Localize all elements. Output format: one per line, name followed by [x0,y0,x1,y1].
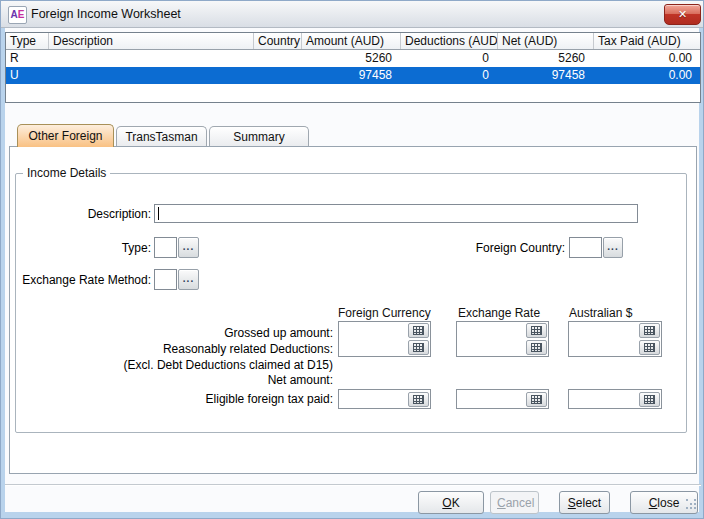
cell-taxpaid: 0.00 [593,67,700,84]
excl-debt-deductions-note: (Excl. Debt Deductions claimed at D15) [15,358,333,372]
close-button[interactable]: ✕ [664,4,701,25]
tax-paid-foreign-currency-calc-button[interactable] [408,392,429,407]
cancel-button: Cancel [490,491,539,514]
table-row-selected[interactable]: U 97458 0 97458 0.00 [6,67,700,84]
resize-grip[interactable] [686,499,697,510]
grid-header-amount[interactable]: Amount (AUD) [301,33,400,49]
type-label: Type: [15,241,151,255]
ok-rest: K [452,496,460,510]
cell-deductions: 0 [400,50,497,67]
cell-net: 97458 [497,67,593,84]
grid-header-description[interactable]: Description [48,33,253,49]
exchange-rate-method-label: Exchange Rate Method: [15,273,151,287]
tab-other-foreign[interactable]: Other Foreign [17,124,114,147]
grid-header-type[interactable]: Type [6,33,48,49]
text-caret [158,207,159,220]
grid-header-net[interactable]: Net (AUD) [497,33,593,49]
cell-description [48,50,253,67]
cell-country [253,67,301,84]
calculator-icon [413,395,424,404]
close-icon: ✕ [678,8,687,20]
ok-mnemonic: O [442,496,451,510]
tax-paid-foreign-currency-field[interactable] [338,389,431,409]
australian-dollar-column-header: Australian $ [569,306,632,320]
deductions-exchange-rate-calc-button[interactable] [526,340,547,355]
tax-paid-australian-dollar-field[interactable] [568,389,662,409]
exchange-rate-column-header: Exchange Rate [458,306,540,320]
calculator-icon [531,343,542,352]
australian-dollar-amount-fields[interactable] [568,321,662,357]
dialog-foreign-income-worksheet: AE Foreign Income Worksheet ✕ Type Descr… [0,0,704,519]
description-label: Description: [15,207,151,221]
cell-country [253,50,301,67]
cell-type: R [6,50,48,67]
tab-trans-tasman[interactable]: TransTasman [116,126,207,147]
grid-header-taxpaid[interactable]: Tax Paid (AUD) [593,33,700,49]
cell-amount: 97458 [301,67,400,84]
foreign-country-label: Foreign Country: [301,241,565,255]
exchange-rate-method-browse-button[interactable]: ... [178,269,199,290]
window-title: Foreign Income Worksheet [31,7,181,21]
worksheet-grid: Type Description Country Amount (AUD) De… [5,32,701,103]
foreign-country-input[interactable] [569,237,602,258]
deductions-foreign-currency-calc-button[interactable] [408,340,429,355]
grid-header-row: Type Description Country Amount (AUD) De… [6,33,700,50]
ellipsis-icon: ... [607,241,618,252]
select-mnemonic: S [568,496,576,510]
calculator-icon [644,326,655,335]
grossed-exchange-rate-calc-button[interactable] [526,323,547,338]
grid-header-country[interactable]: Country [253,33,301,49]
calculator-icon [531,326,542,335]
foreign-country-browse-button[interactable]: ... [603,237,623,258]
description-input[interactable] [154,204,638,223]
select-rest: elect [576,496,601,510]
foreign-currency-column-header: Foreign Currency [338,306,431,320]
footer-separator [5,484,701,486]
title-bar[interactable]: AE Foreign Income Worksheet ✕ [1,1,703,28]
cell-net: 5260 [497,50,593,67]
table-row[interactable]: R 5260 0 5260 0.00 [6,50,700,67]
grid-header-deductions[interactable]: Deductions (AUD) [400,33,497,49]
type-input[interactable] [154,237,177,258]
net-amount-label: Net amount: [15,373,333,387]
calculator-icon [413,326,424,335]
grossed-foreign-currency-calc-button[interactable] [408,323,429,338]
cancel-rest: ancel [506,496,535,510]
exchange-rate-amount-fields[interactable] [456,321,549,357]
eligible-foreign-tax-paid-label: Eligible foreign tax paid: [15,392,333,406]
calculator-icon [413,343,424,352]
deductions-australian-dollar-calc-button[interactable] [639,340,660,355]
type-browse-button[interactable]: ... [178,237,199,258]
tab-summary[interactable]: Summary [209,126,309,147]
grossed-up-amount-label: Grossed up amount: [15,326,333,340]
cell-deductions: 0 [400,67,497,84]
calculator-icon [644,343,655,352]
tax-paid-exchange-rate-field[interactable] [456,389,549,409]
ae-letter-e: E [18,9,25,20]
cell-taxpaid: 0.00 [593,50,700,67]
ae-app-icon: AE [8,6,27,24]
ae-letter-a: A [11,9,18,20]
ok-button[interactable]: OK [418,491,484,514]
cell-description [48,67,253,84]
ellipsis-icon: ... [183,273,194,284]
calculator-icon [644,395,655,404]
reasonably-related-deductions-label: Reasonably related Deductions: [15,342,333,356]
close-rest: lose [657,496,679,510]
foreign-currency-amount-fields[interactable] [338,321,431,357]
ellipsis-icon: ... [183,241,194,252]
cancel-mnemonic: C [497,496,506,510]
cell-type: U [6,67,48,84]
select-button[interactable]: Select [559,491,610,514]
income-details-title: Income Details [23,166,110,180]
exchange-rate-method-input[interactable] [154,269,177,290]
cell-amount: 5260 [301,50,400,67]
calculator-icon [531,395,542,404]
tax-paid-australian-dollar-calc-button[interactable] [639,392,660,407]
grossed-australian-dollar-calc-button[interactable] [639,323,660,338]
tax-paid-exchange-rate-calc-button[interactable] [526,392,547,407]
